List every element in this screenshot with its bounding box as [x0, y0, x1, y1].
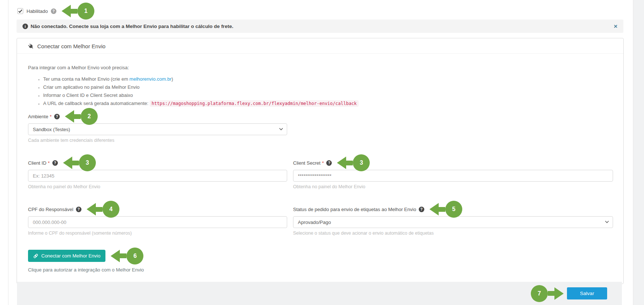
callout-3-left: 3 [63, 159, 96, 166]
list-item-text: ) [171, 76, 173, 82]
ambiente-hint: Cada ambiente tem credenciais diferentes [28, 138, 287, 143]
callout-stem [548, 291, 554, 296]
client-id-label-row: Client ID * ? 3 [28, 159, 287, 166]
list-item-text: Ter uma conta na Melhor Envio (crie em [43, 76, 129, 82]
arrow-left-icon [111, 250, 120, 262]
ambiente-label: Ambiente [28, 114, 48, 119]
settings-page: Habilitado ? 1 i Não conectado. Conecte … [8, 0, 633, 305]
form-footer: 7 Salvar [17, 282, 622, 305]
callout-number: 5 [445, 201, 462, 218]
info-icon: i [22, 24, 28, 29]
cpf-label-row: CPF do Responsável ? 4 [28, 206, 287, 213]
alert-text: Não conectado. Conecte sua loja com a Me… [31, 24, 233, 29]
client-secret-hint: Obtenha no painel do Melhor Envio [293, 184, 613, 189]
enabled-checkbox[interactable] [17, 8, 23, 14]
callout-number: 3 [79, 154, 96, 171]
checkmark-icon [18, 9, 22, 13]
panel-body: Para integrar com a Melhor Envio você pr… [17, 54, 623, 284]
arrow-left-icon [87, 203, 96, 215]
callout-number: 4 [102, 201, 119, 218]
cpf-input[interactable] [28, 216, 287, 228]
list-item: Informar o Client ID e Client Secret aba… [43, 91, 612, 99]
callout-number: 6 [126, 248, 143, 264]
not-connected-alert: i Não conectado. Conecte sua loja com a … [17, 20, 623, 33]
ambiente-select-wrap: Sandbox (Testes) [28, 123, 287, 135]
cpf-hint: Informe o CPF do responsável (somente nú… [28, 231, 287, 236]
connect-section: Conectar com Melhor Envio 6 Clique para … [28, 250, 612, 273]
callout-1: 1 [62, 8, 94, 14]
callout-4: 4 [87, 206, 119, 213]
enabled-row: Habilitado ? 1 [17, 7, 633, 15]
callout-number: 7 [531, 285, 548, 302]
client-id-group: Client ID * ? 3 Obtenha no painel do Mel… [28, 159, 287, 189]
connect-button-label: Conectar com Melhor Envio [41, 253, 100, 259]
help-icon[interactable]: ? [54, 114, 60, 119]
help-icon[interactable]: ? [52, 160, 58, 166]
callback-url-code: https://magoshopping.plataforma.flexy.co… [150, 100, 358, 107]
arrow-left-icon [62, 5, 71, 17]
client-id-label: Client ID [28, 160, 46, 166]
panel-header: Conectar com Melhor Envio [17, 38, 623, 54]
list-item-text: Informar o Client ID e Client Secret aba… [43, 92, 133, 98]
melhorenvio-link[interactable]: melhorenvio.com.br [129, 76, 171, 82]
required-asterisk: * [50, 114, 52, 119]
help-icon[interactable]: ? [326, 160, 332, 166]
status-select[interactable]: Aprovado/Pago [293, 216, 613, 228]
callout-5: 5 [429, 206, 462, 213]
arrow-left-icon [65, 110, 74, 123]
callout-stem [120, 253, 126, 258]
enabled-label: Habilitado [27, 8, 48, 14]
plug-icon [28, 43, 34, 49]
callout-stem [96, 207, 102, 212]
help-icon[interactable]: ? [76, 207, 81, 212]
callout-stem [439, 207, 445, 212]
status-label: Status de pedido para envio de etiquetas… [293, 207, 416, 212]
status-hint: Selecione o status que deve acionar o en… [293, 231, 613, 236]
list-item-text: Criar um aplicativo no painel da Melhor … [43, 84, 140, 90]
callout-number: 1 [77, 3, 94, 20]
status-group: Status de pedido para envio de etiquetas… [293, 206, 613, 236]
required-asterisk: * [48, 160, 50, 166]
ambiente-select[interactable]: Sandbox (Testes) [28, 123, 287, 135]
ambiente-label-row: Ambiente * ? 2 [28, 113, 287, 120]
callout-number: 3 [353, 154, 370, 171]
arrow-left-icon [63, 157, 72, 169]
callout-3-right: 3 [337, 159, 370, 166]
save-button[interactable]: Salvar [567, 287, 607, 299]
cpf-group: CPF do Responsável ? 4 Informe o CPF do … [28, 206, 287, 236]
status-label-row: Status de pedido para envio de etiquetas… [293, 206, 613, 213]
close-icon[interactable]: × [614, 23, 617, 29]
right-gutter [633, 0, 644, 305]
callout-2: 2 [65, 113, 98, 120]
connect-hint: Clique para autorizar a integração com o… [28, 267, 612, 273]
ambiente-group: Ambiente * ? 2 Sandbox (Testes) [28, 113, 287, 143]
connect-panel: Conectar com Melhor Envio Para integrar … [17, 38, 624, 284]
list-item: A URL de callback será gerada automatica… [43, 99, 612, 108]
connect-row: Conectar com Melhor Envio 6 [28, 250, 612, 262]
help-icon[interactable]: ? [419, 207, 424, 212]
help-icon[interactable]: ? [51, 8, 56, 14]
callout-6: 6 [111, 253, 143, 259]
client-id-hint: Obtenha no painel do Melhor Envio [28, 184, 287, 189]
client-secret-label: Client Secret [293, 160, 320, 166]
list-item: Criar um aplicativo no painel da Melhor … [43, 83, 612, 91]
client-id-input[interactable] [28, 170, 287, 182]
required-asterisk: * [322, 160, 324, 166]
form-row-ambiente: Ambiente * ? 2 Sandbox (Testes) [28, 113, 612, 143]
arrow-right-icon [554, 287, 564, 300]
cpf-label: CPF do Responsável [28, 207, 73, 212]
panel-title: Conectar com Melhor Envio [37, 43, 105, 49]
connect-button[interactable]: Conectar com Melhor Envio [28, 250, 105, 262]
callout-number: 2 [81, 108, 98, 125]
list-item: Ter uma conta na Melhor Envio (crie em m… [43, 75, 612, 83]
callout-stem [74, 114, 81, 119]
callout-stem [72, 161, 79, 165]
callout-7: 7 [531, 290, 564, 297]
form-row-cpf-status: CPF do Responsável ? 4 Informe o CPF do … [28, 194, 612, 236]
form-row-credentials: Client ID * ? 3 Obtenha no painel do Mel… [28, 148, 612, 189]
callout-stem [71, 9, 77, 14]
client-secret-group: Client Secret * ? 3 Obtenha no painel do… [293, 159, 613, 189]
arrow-left-icon [337, 157, 346, 169]
requirements-list: Ter uma conta na Melhor Envio (crie em m… [28, 75, 612, 108]
client-secret-input[interactable] [293, 170, 613, 182]
